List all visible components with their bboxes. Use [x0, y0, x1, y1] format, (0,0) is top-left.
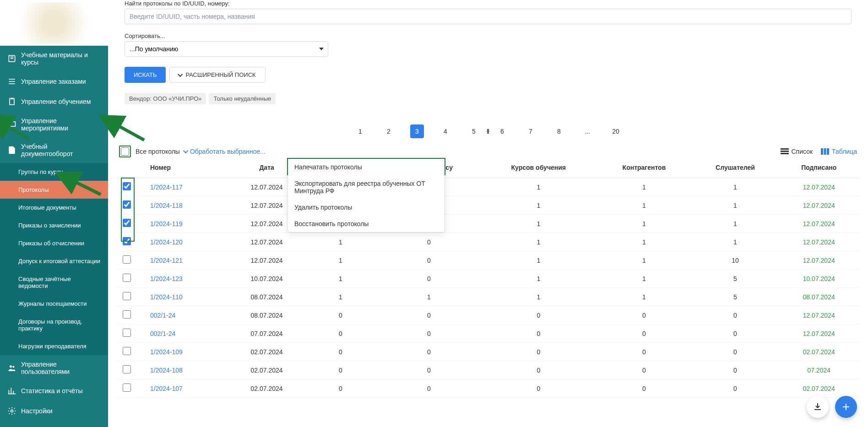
nav-events[interactable]: Управление мероприятиями: [0, 112, 108, 137]
advanced-search-button[interactable]: РАСШИРЕННЫЙ ПОИСК: [169, 67, 265, 83]
row-checkbox[interactable]: [123, 237, 131, 245]
protocol-link[interactable]: 1/2024-109: [150, 348, 183, 356]
search-button[interactable]: ИСКАТЬ: [125, 67, 166, 83]
cell-contractors: 0: [597, 343, 691, 361]
process-selected-dropdown[interactable]: Обработать выбранное...: [184, 148, 266, 155]
protocol-link[interactable]: 002/1-24: [150, 330, 175, 337]
cell-date: 12.07.2024: [230, 251, 304, 270]
nav-users[interactable]: Управление пользователями: [0, 355, 108, 381]
row-checkbox[interactable]: [123, 200, 131, 209]
row-checkbox[interactable]: [123, 219, 131, 227]
nav-sub-enroll-orders[interactable]: Приказы о зачислении: [0, 216, 108, 234]
page-prev[interactable]: [481, 124, 495, 138]
protocol-link[interactable]: 1/2024-107: [150, 385, 183, 392]
nav-training[interactable]: Управление обучением: [0, 92, 108, 112]
cell-courses: 1: [480, 215, 597, 233]
dd-export-registry[interactable]: Экспортировать для реестра обученных ОТ …: [288, 175, 445, 199]
nav-sub-grade-sheets[interactable]: Сводные зачётные ведомости: [0, 270, 108, 295]
cell-signed: 02.07.2024: [779, 343, 859, 361]
protocol-link[interactable]: 1/2024-123: [150, 275, 183, 282]
nav-orders[interactable]: Управление заказами: [0, 71, 108, 92]
download-fab[interactable]: [807, 396, 829, 418]
sort-select[interactable]: ...По умолчанию: [125, 41, 328, 57]
th-signed[interactable]: Подписано: [779, 157, 859, 178]
nav-label: Управление пользователями: [21, 361, 101, 375]
sort-label: Сортировать...: [125, 32, 852, 39]
select-all-checkbox[interactable]: [121, 147, 129, 156]
cell-signed: 12.07.2024: [779, 178, 859, 196]
page-1[interactable]: 1: [353, 124, 367, 138]
page-2[interactable]: 2: [382, 124, 396, 138]
row-checkbox[interactable]: [123, 365, 131, 373]
add-fab[interactable]: +: [835, 396, 857, 418]
cell-courses: 0: [480, 343, 597, 361]
cell-students: 1: [692, 178, 779, 196]
cell-students: 1: [692, 215, 779, 233]
cell-courses: 1: [480, 196, 597, 215]
nav-label: Договоры на производ. практику: [18, 318, 101, 332]
protocol-link[interactable]: 1/2024-117: [150, 184, 183, 191]
cell-contractors: 1: [597, 270, 691, 288]
nav-sub-expel-orders[interactable]: Приказы об отчислении: [0, 234, 108, 252]
nav-stats[interactable]: Статистика и отчёты: [0, 381, 108, 401]
th-contractors[interactable]: Контрагентов: [597, 157, 691, 178]
page-6[interactable]: 6: [495, 124, 509, 138]
nav-sub-attendance[interactable]: Журналы посещаемости: [0, 295, 108, 313]
protocol-link[interactable]: 1/2024-108: [150, 367, 183, 374]
nav-documents[interactable]: Учебный документооборот: [0, 137, 108, 163]
dd-delete-protocols[interactable]: Удалить протоколы: [288, 199, 445, 216]
document-icon: [7, 146, 16, 155]
th-students[interactable]: Слушателей: [692, 157, 779, 178]
table-row: 1/2024-120 12.07.2024 1 0 1 1 1 12.07.20…: [117, 233, 859, 251]
nav-label: Допуск к итоговой аттестации: [18, 258, 100, 265]
nav-sub-admission[interactable]: Допуск к итоговой аттестации: [0, 252, 108, 270]
nav-sub-workload[interactable]: Нагрузки преподавателя: [0, 337, 108, 355]
protocol-link[interactable]: 002/1-24: [150, 312, 175, 319]
protocol-link[interactable]: 1/2024-119: [150, 220, 183, 227]
row-checkbox[interactable]: [123, 182, 131, 190]
page-8[interactable]: 8: [552, 124, 566, 138]
protocol-link[interactable]: 1/2024-118: [150, 202, 183, 209]
row-checkbox[interactable]: [123, 329, 131, 337]
search-input[interactable]: [125, 9, 852, 24]
nav-sub-groups[interactable]: Группы по курсу: [0, 163, 108, 181]
cell-courses: 1: [480, 251, 597, 270]
row-checkbox[interactable]: [123, 310, 131, 319]
nav-materials[interactable]: Учебные материалы и курсы: [0, 46, 108, 71]
th-number[interactable]: Номер: [136, 157, 230, 178]
filter-chip-undeleted[interactable]: Только неудалённые: [209, 93, 276, 104]
page-20[interactable]: 20: [609, 124, 623, 138]
row-checkbox[interactable]: [123, 255, 131, 264]
cell-signed: 12.07.2024: [779, 196, 859, 215]
cell-date: 02.07.2024: [230, 379, 304, 398]
view-list[interactable]: Список: [781, 148, 813, 155]
th-courses[interactable]: Курсов обучения: [480, 157, 597, 178]
nav-sub-protocols[interactable]: Протоколы: [0, 181, 108, 199]
filter-chip-vendor[interactable]: Вендор: ООО «УЧИ.ПРО»: [125, 93, 206, 104]
protocol-link[interactable]: 1/2024-120: [150, 238, 183, 246]
row-checkbox[interactable]: [123, 292, 131, 300]
cell-programs: 0: [304, 379, 377, 398]
list-icon: [7, 77, 16, 86]
protocol-link[interactable]: 1/2024-121: [150, 257, 183, 264]
nav-sub-final-docs[interactable]: Итоговые документы: [0, 199, 108, 216]
page-3[interactable]: 3: [410, 124, 424, 138]
page-7[interactable]: 7: [524, 124, 537, 138]
dd-print-protocols[interactable]: Напечатать протоколы: [287, 158, 445, 175]
row-checkbox[interactable]: [123, 274, 131, 282]
page-next[interactable]: [481, 124, 495, 138]
users-icon: [7, 363, 16, 373]
page-5[interactable]: 5: [467, 124, 481, 138]
main-content: Найти протоколы по ID/UUID, номеру: Сорт…: [108, 0, 868, 427]
cell-signed: 08.07.2024: [779, 288, 859, 306]
cell-programs: 0: [304, 361, 377, 379]
row-checkbox[interactable]: [123, 384, 131, 392]
view-table[interactable]: Таблица: [821, 148, 857, 155]
nav-settings[interactable]: Настройки: [0, 401, 108, 421]
row-checkbox[interactable]: [123, 347, 131, 355]
protocol-link[interactable]: 1/2024-110: [150, 293, 183, 301]
nav-sub-practice[interactable]: Договоры на производ. практику: [0, 313, 108, 337]
dd-restore-protocols[interactable]: Восстановить протоколы: [288, 216, 445, 232]
page-4[interactable]: 4: [439, 124, 452, 138]
cell-signed: 12.07.2024: [779, 324, 859, 343]
